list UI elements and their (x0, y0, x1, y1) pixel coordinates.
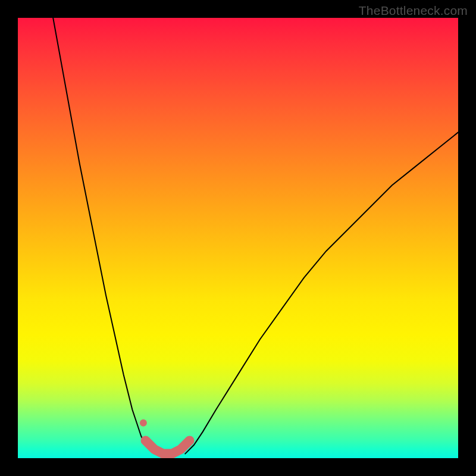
curve-right (185, 132, 458, 453)
curve-left (53, 18, 154, 454)
highlight-band (146, 440, 190, 453)
svg-point-0 (140, 419, 147, 427)
plot-area (18, 18, 458, 458)
highlight-dot (140, 419, 147, 427)
curves-svg (18, 18, 458, 458)
chart-frame: TheBottleneck.com (0, 0, 476, 476)
watermark-text: TheBottleneck.com (359, 4, 468, 18)
